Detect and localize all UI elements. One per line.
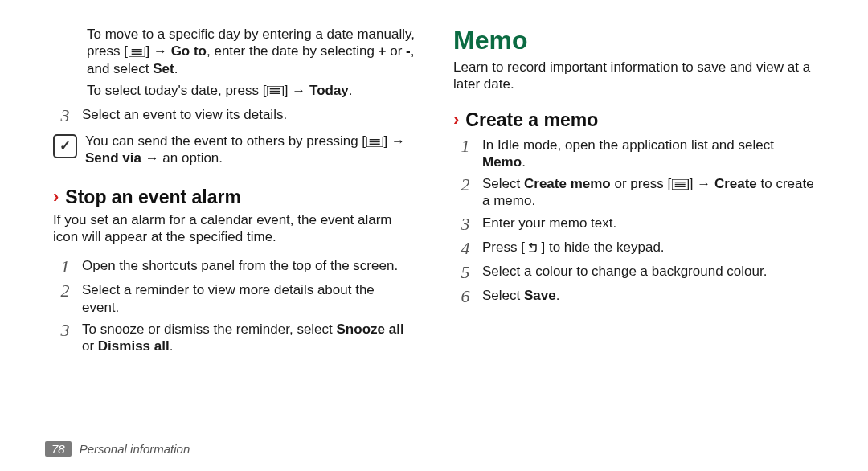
note-send-via: ✓ You can send the event to others by pr…	[53, 133, 415, 167]
page-footer: 78 Personal information	[45, 441, 190, 457]
manual-page: To move to a specific day by entering a …	[0, 0, 868, 471]
text: ] to hide the keypad.	[541, 240, 664, 255]
text-bold: Today	[309, 83, 349, 98]
text: ] →	[383, 133, 404, 149]
text: To select today's date, press [	[87, 83, 266, 98]
step-number: 2	[53, 281, 77, 301]
text: ] →	[145, 43, 170, 59]
text: .	[170, 338, 174, 354]
chevron-right-icon: ›	[453, 109, 459, 130]
text: .	[349, 83, 353, 98]
step-text: Select a colour to change a background c…	[482, 263, 815, 280]
create-step-4: 4 Press [] to hide the keypad.	[453, 239, 815, 258]
create-step-2: 2 Select Create memo or press [] → Creat…	[453, 175, 815, 210]
note-text: You can send the event to others by pres…	[85, 133, 415, 167]
step-number: 1	[453, 137, 477, 156]
goto-line: To move to a specific day by entering a …	[87, 26, 415, 77]
heading-text: Stop an event alarm	[65, 186, 241, 208]
step-text: Open the shortcuts panel from the top of…	[82, 257, 415, 274]
step-text: Select Save.	[482, 287, 815, 304]
step-text: In Idle mode, open the application list …	[482, 137, 815, 171]
text: Press [	[482, 240, 525, 255]
text-bold: Create	[714, 176, 757, 191]
step-text: Enter your memo text.	[482, 215, 815, 231]
note-icon: ✓	[53, 134, 77, 158]
text: In Idle mode, open the application list …	[482, 137, 774, 153]
stop-step-3: 3 To snooze or dismiss the reminder, sel…	[53, 321, 415, 355]
heading-stop-alarm: › Stop an event alarm	[53, 186, 415, 208]
create-step-5: 5 Select a colour to change a background…	[453, 263, 815, 282]
step-number: 1	[53, 257, 77, 276]
page-number: 78	[45, 441, 72, 457]
text: .	[556, 288, 560, 303]
stop-step-2: 2 Select a reminder to view more details…	[53, 281, 415, 316]
text: .	[174, 61, 178, 76]
text: ] →	[690, 176, 714, 191]
text-bold: Set	[153, 61, 174, 76]
step-number: 4	[453, 239, 477, 258]
text-bold: Dismiss all	[98, 338, 170, 354]
text: You can send the event to others by pres…	[85, 133, 366, 149]
step-text: Select a reminder to view more details a…	[82, 281, 415, 316]
heading-memo: Memo	[453, 26, 815, 55]
text: or press [	[611, 176, 672, 191]
left-column: To move to a specific day by entering a …	[45, 26, 434, 457]
text-bold: +	[379, 43, 387, 59]
step-text: Press [] to hide the keypad.	[482, 239, 815, 256]
text-bold: Save	[524, 288, 556, 303]
text: → an option.	[141, 150, 223, 166]
text-bold: Memo	[482, 154, 522, 170]
step-text: To snooze or dismiss the reminder, selec…	[82, 321, 415, 355]
step-number: 2	[453, 175, 477, 195]
create-step-6: 6 Select Save.	[453, 287, 815, 306]
menu-icon	[266, 86, 284, 96]
text: ] →	[285, 83, 309, 98]
text: To snooze or dismiss the reminder, selec…	[82, 322, 337, 337]
step-number: 3	[53, 106, 77, 125]
step-number: 3	[453, 215, 477, 234]
goto-tip: To move to a specific day by entering a …	[87, 26, 415, 104]
today-line: To select today's date, press [] → Today…	[87, 82, 415, 99]
heading-text: Create a memo	[465, 109, 598, 131]
create-step-1: 1 In Idle mode, open the application lis…	[453, 137, 815, 171]
text-bold: Go to	[171, 43, 207, 59]
text-bold: Create memo	[524, 176, 611, 191]
text: Select	[482, 176, 524, 191]
text: Select	[482, 288, 524, 303]
menu-icon	[128, 47, 145, 57]
text: or	[82, 338, 98, 354]
step-number: 3	[53, 321, 77, 340]
text: .	[522, 154, 526, 170]
menu-icon	[366, 137, 383, 147]
step-text: Select Create memo or press [] → Create …	[482, 175, 815, 210]
menu-icon	[671, 179, 689, 190]
chevron-right-icon: ›	[53, 186, 59, 207]
text-bold: Send via	[85, 150, 141, 166]
text: or	[387, 43, 407, 59]
memo-intro: Learn to record important information to…	[453, 59, 815, 93]
section-label: Personal information	[80, 442, 190, 456]
create-step-3: 3 Enter your memo text.	[453, 215, 815, 234]
step-text: Select an event to view its details.	[82, 106, 415, 123]
stop-step-1: 1 Open the shortcuts panel from the top …	[53, 257, 415, 276]
step-number: 5	[453, 263, 477, 282]
step-number: 6	[453, 287, 477, 306]
heading-create-memo: › Create a memo	[453, 109, 815, 131]
back-icon	[525, 243, 542, 253]
stop-intro: If you set an alarm for a calendar event…	[53, 211, 415, 246]
text-bold: Snooze all	[337, 322, 404, 337]
text: , enter the date by selecting	[207, 43, 379, 59]
step-3-view-event: 3 Select an event to view its details.	[53, 106, 415, 125]
right-column: Memo Learn to record important informati…	[434, 26, 823, 457]
